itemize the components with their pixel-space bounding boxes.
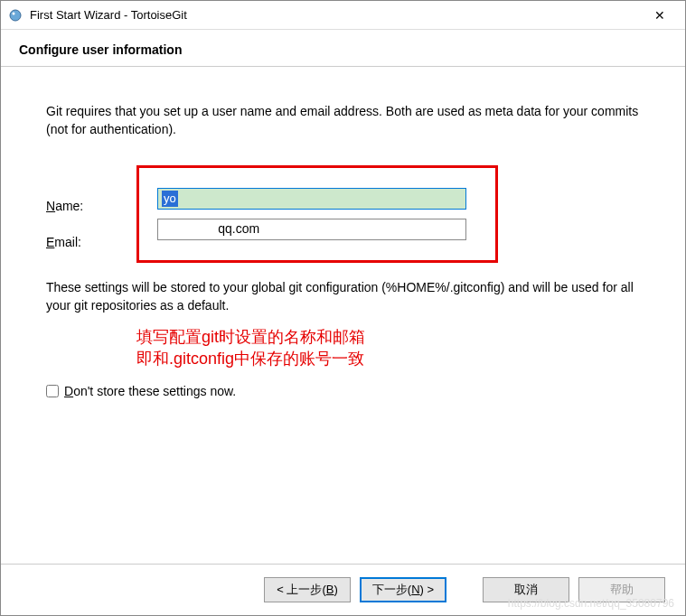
next-button[interactable]: 下一步(N) > <box>360 577 446 602</box>
titlebar: First Start Wizard - TortoiseGit ✕ <box>1 1 685 30</box>
dont-store-row: Don't store these settings now. <box>46 384 640 398</box>
app-icon <box>8 8 23 23</box>
page-title: Configure user information <box>19 42 667 57</box>
description-text: Git requires that you set up a user name… <box>46 103 640 138</box>
email-field[interactable]: qq.com <box>157 219 466 240</box>
annotation-line1: 填写配置git时设置的名称和邮箱 <box>136 327 640 348</box>
wizard-header: Configure user information <box>1 30 685 67</box>
storage-info-text: These settings will be stored to your gl… <box>46 279 640 314</box>
name-row: yo <box>157 188 477 210</box>
email-row: qq.com <box>157 219 477 240</box>
highlighted-form-area: yo qq.com <box>136 165 498 263</box>
svg-point-1 <box>13 12 15 14</box>
close-button[interactable]: ✕ <box>642 3 678 28</box>
annotation-line2: 即和.gitconfig中保存的账号一致 <box>136 349 640 369</box>
dont-store-label[interactable]: Don't store these settings now. <box>64 384 236 398</box>
svg-point-0 <box>10 10 21 21</box>
dont-store-checkbox[interactable] <box>46 385 59 397</box>
cancel-button[interactable]: 取消 <box>483 577 569 602</box>
help-button[interactable]: 帮助 <box>578 577 665 602</box>
email-label: Email: <box>46 235 81 249</box>
back-button[interactable]: < 上一步(B) <box>264 577 351 602</box>
name-label: Name: <box>46 199 83 213</box>
window-title: First Start Wizard - TortoiseGit <box>30 8 642 22</box>
wizard-content: Git requires that you set up a user name… <box>1 67 685 564</box>
button-bar: < 上一步(B) 下一步(N) > 取消 帮助 <box>1 564 685 615</box>
red-annotation: 填写配置git时设置的名称和邮箱 即和.gitconfig中保存的账号一致 <box>136 327 640 369</box>
name-field[interactable]: yo <box>157 188 466 210</box>
